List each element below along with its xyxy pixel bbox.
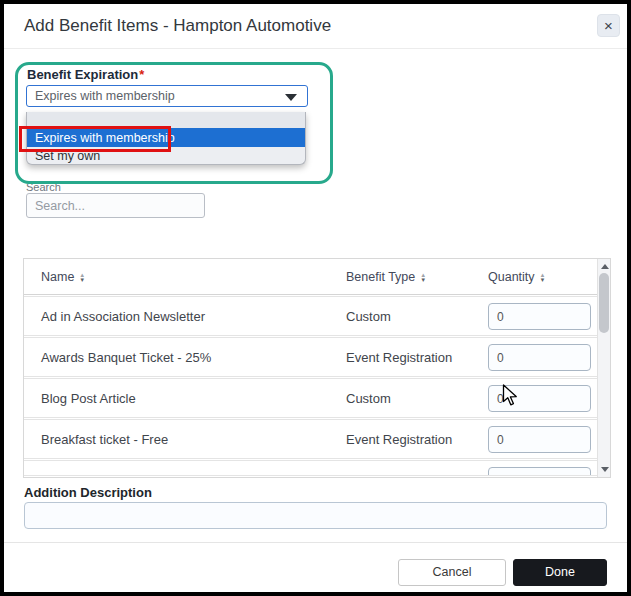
table-header-row: Name Benefit Type Quantity [24,259,610,295]
quantity-input[interactable] [488,467,591,476]
table-row: Breakfast ticket - Free Event Registrati… [24,419,610,459]
benefit-name-cell: Awards Banquet Ticket - 25% [41,338,211,378]
addition-description-input[interactable] [24,502,607,529]
quantity-input[interactable] [488,344,591,371]
sort-icon[interactable] [420,273,426,283]
required-asterisk: * [139,67,144,82]
column-header-quantity[interactable]: Quantity [488,259,546,295]
sort-icon[interactable] [540,273,546,283]
done-button[interactable]: Done [513,559,607,586]
screenshot-frame: Add Benefit Items - Hampton Automotive ×… [0,0,631,596]
table-row: Ad in Association Newsletter Custom [24,296,610,336]
footer-divider [4,542,627,543]
benefit-items-table: Name Benefit Type Quantity Ad in Associa… [23,258,611,478]
dialog-title: Add Benefit Items - Hampton Automotive [24,16,331,36]
scroll-up-icon[interactable] [601,264,609,269]
benefit-expiration-label-text: Benefit Expiration [27,67,138,82]
column-header-quantity-text: Quantity [488,270,535,284]
dropdown-option-blank[interactable] [27,112,305,128]
dropdown-option-expires-with-membership[interactable]: Expires with membership [27,128,305,147]
scrollbar-thumb[interactable] [599,273,609,333]
dropdown-option-set-my-own[interactable]: Set my own [27,147,305,164]
benefit-expiration-label: Benefit Expiration* [27,67,144,82]
addition-description-label: Addition Description [24,485,152,500]
quantity-input[interactable] [488,303,591,330]
benefit-name-cell: Ad in Association Newsletter [41,297,205,337]
column-header-name[interactable]: Name [41,259,85,295]
benefit-type-cell: Event Registration [346,420,452,460]
benefit-expiration-selected-value: Expires with membership [35,89,175,103]
table-scrollbar[interactable] [597,259,610,477]
add-benefit-items-dialog: Add Benefit Items - Hampton Automotive ×… [4,4,627,592]
cancel-button[interactable]: Cancel [398,559,506,586]
column-header-benefit-type-text: Benefit Type [346,270,415,284]
header-divider [4,48,627,49]
benefit-name-cell: Breakfast ticket - Free [41,420,168,460]
benefit-expiration-dropdown: Expires with membership Set my own [26,112,306,165]
quantity-input[interactable] [488,385,591,412]
benefit-expiration-select[interactable]: Expires with membership [26,85,308,107]
table-row-partial [24,460,610,476]
column-header-name-text: Name [41,270,74,284]
benefit-type-cell: Event Registration [346,338,452,378]
column-header-benefit-type[interactable]: Benefit Type [346,259,426,295]
benefit-name-cell: Blog Post Article [41,379,136,419]
benefit-type-cell: Custom [346,379,391,419]
search-label: Search [26,181,61,193]
benefit-type-cell: Custom [346,297,391,337]
scroll-down-icon[interactable] [601,467,609,472]
chevron-down-icon [285,94,297,101]
quantity-input[interactable] [488,426,591,453]
table-row: Awards Banquet Ticket - 25% Event Regist… [24,337,610,377]
table-row: Blog Post Article Custom [24,378,610,418]
sort-icon[interactable] [79,273,85,283]
search-input[interactable] [26,193,205,218]
close-icon[interactable]: × [597,14,620,37]
